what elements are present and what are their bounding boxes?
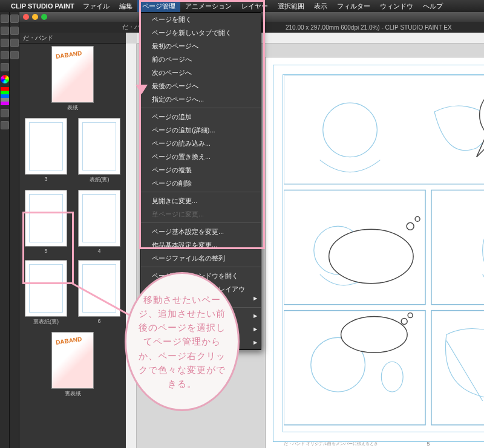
menu-help[interactable]: ヘルプ — [418, 0, 448, 12]
menu-item[interactable]: 指定のページへ... — [141, 93, 261, 106]
thumb-label: 4 — [97, 248, 100, 254]
thumb-label: 6 — [97, 318, 100, 324]
menu-item[interactable]: ページ基本設定を変更... — [141, 225, 261, 238]
thumb-label: 裏表紙(裏) — [33, 318, 59, 326]
menu-item[interactable]: ページの追加(詳細)... — [141, 123, 261, 137]
close-icon[interactable] — [23, 14, 29, 20]
page-thumbnail[interactable]: 5 — [22, 190, 70, 254]
minimize-icon[interactable] — [32, 14, 38, 20]
page-thumbnail[interactable]: 4 — [75, 190, 123, 254]
menu-page-manage[interactable]: ページ管理 — [137, 0, 180, 12]
page-manager-panel: 表紙3表紙(裏)54裏表紙(裏)6裏表紙 — [19, 44, 126, 448]
page-thumbnail[interactable]: 6 — [75, 260, 123, 326]
tool-eraser-icon[interactable] — [1, 63, 9, 71]
annotation-arrow-down — [136, 85, 148, 94]
menu-layer[interactable]: レイヤー — [237, 0, 273, 12]
menu-item[interactable]: 見開きに変更... — [141, 194, 261, 207]
thumb-label: 表紙 — [67, 104, 78, 112]
annotation-text: 移動させたいページ、追加させたい前後のページを選択してページ管理からか、ページ右… — [139, 293, 226, 391]
canvas-page[interactable]: ゴンゴン 5 だ・バンド オリジナル曲をメンバーに伝えるとき REACH ×× — [265, 57, 484, 448]
page-thumbnail[interactable]: 表紙(裏) — [75, 118, 123, 184]
color-wheel-icon[interactable] — [1, 75, 9, 83]
menu-item[interactable]: 前のページへ — [141, 53, 261, 66]
svg-point-14 — [415, 216, 420, 221]
svg-point-15 — [341, 317, 408, 353]
tool-pen-icon[interactable] — [1, 39, 9, 47]
page-manager-tab[interactable]: だ・バンド — [19, 33, 126, 44]
tool-nav-icon[interactable] — [1, 121, 9, 129]
svg-point-9 — [381, 362, 403, 392]
thumb-label: 5 — [44, 248, 47, 254]
color-swatches-icon[interactable] — [1, 87, 9, 105]
menu-view[interactable]: 表示 — [309, 0, 332, 12]
tool-subview-icon[interactable] — [10, 15, 19, 23]
page-sketch: ゴンゴン — [284, 76, 484, 431]
tool-hand-icon[interactable] — [10, 27, 19, 35]
page-thumbnail[interactable]: 裏表紙 — [51, 332, 94, 398]
svg-point-17 — [408, 313, 413, 318]
menu-edit[interactable]: 編集 — [114, 0, 137, 12]
page-thumbnail[interactable]: 3 — [22, 118, 70, 184]
menu-item[interactable]: ページの読み込み... — [141, 137, 261, 150]
page-thumbnail[interactable]: 表紙 — [51, 46, 94, 112]
menu-item[interactable]: 最後のページへ — [141, 79, 261, 93]
zoom-icon[interactable] — [41, 14, 47, 20]
canvas-footer: だ・バンド オリジナル曲をメンバーに伝えるとき — [284, 441, 378, 447]
tool-select-icon[interactable] — [10, 39, 19, 47]
page-manager-tab-label: だ・バンド — [23, 34, 53, 41]
svg-point-13 — [407, 222, 414, 230]
menu-item[interactable]: ページファイル名の整列 — [141, 252, 261, 265]
menu-item[interactable]: 最初のページへ — [141, 39, 261, 53]
menu-item[interactable]: ページを新しいタブで開く — [141, 26, 261, 39]
tool-grid-icon[interactable] — [1, 109, 9, 117]
tool-brush-icon[interactable] — [1, 51, 9, 59]
svg-point-16 — [401, 319, 407, 325]
app-title: CLIP STUDIO PAINT — [11, 2, 74, 10]
menu-animation[interactable]: アニメーション — [180, 0, 237, 12]
menu-item[interactable]: ページの削除 — [141, 177, 261, 190]
menu-item[interactable]: 単ページに変更... — [141, 207, 261, 221]
toolbar-left-2 — [10, 12, 19, 448]
tool-move-icon[interactable] — [1, 27, 9, 35]
menu-file[interactable]: ファイル — [78, 0, 114, 12]
menu-item[interactable]: ページの置き換え... — [141, 150, 261, 163]
menu-window[interactable]: ウィンドウ — [375, 0, 418, 12]
annotation-bubble: 移動させたいページ、追加させたい前後のページを選択してページ管理からか、ページ右… — [125, 272, 240, 411]
toolbar-left-1 — [0, 12, 10, 448]
menu-selection[interactable]: 選択範囲 — [273, 0, 309, 12]
menu-item[interactable]: 作品基本設定を変更... — [141, 238, 261, 252]
menu-item[interactable]: ページを開く — [141, 13, 261, 26]
menu-filter[interactable]: フィルター — [332, 0, 375, 12]
thumb-label: 3 — [44, 176, 47, 182]
svg-rect-4 — [431, 311, 484, 425]
menu-item[interactable]: ページの複製 — [141, 163, 261, 177]
menu-item[interactable]: 次のページへ — [141, 66, 261, 79]
svg-rect-2 — [431, 190, 484, 304]
svg-point-5 — [323, 103, 378, 157]
svg-rect-0 — [284, 76, 484, 184]
mac-menubar: CLIP STUDIO PAINT ファイル 編集 ページ管理 アニメーション … — [0, 0, 484, 12]
page-thumbnail[interactable]: 裏表紙(裏) — [22, 260, 70, 326]
thumb-label: 表紙(裏) — [90, 176, 110, 184]
tool-text-icon[interactable] — [10, 51, 19, 59]
menu-item[interactable]: ページの追加 — [141, 110, 261, 123]
tool-loupe-icon[interactable] — [1, 15, 9, 23]
svg-point-11 — [480, 82, 484, 148]
thumb-label: 裏表紙 — [65, 390, 81, 398]
doc-tab-prefix: だ・バ — [122, 23, 140, 31]
svg-point-12 — [329, 229, 413, 284]
doc-title-text: 210.00 x 297.00mm 600dpi 21.0%) - CLIP S… — [286, 24, 452, 31]
ruler-vertical[interactable] — [126, 44, 137, 448]
